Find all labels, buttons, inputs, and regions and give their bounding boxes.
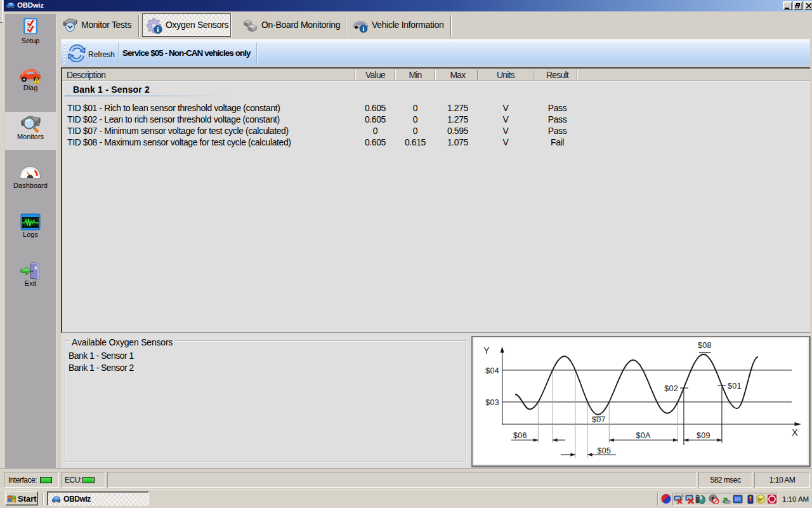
svg-text:$02: $02 [664,384,678,393]
svg-text:$04: $04 [485,366,499,375]
svg-text:$09: $09 [697,431,710,440]
svg-text:X: X [792,427,798,438]
svg-text:Y: Y [483,345,490,356]
svg-text:$08: $08 [698,341,712,350]
svg-text:$07: $07 [592,415,606,424]
svg-text:$01: $01 [728,382,742,391]
svg-text:$05: $05 [598,446,612,455]
svg-text:$06: $06 [513,431,527,440]
svg-text:$03: $03 [485,398,499,407]
svg-text:$0A: $0A [636,431,651,440]
